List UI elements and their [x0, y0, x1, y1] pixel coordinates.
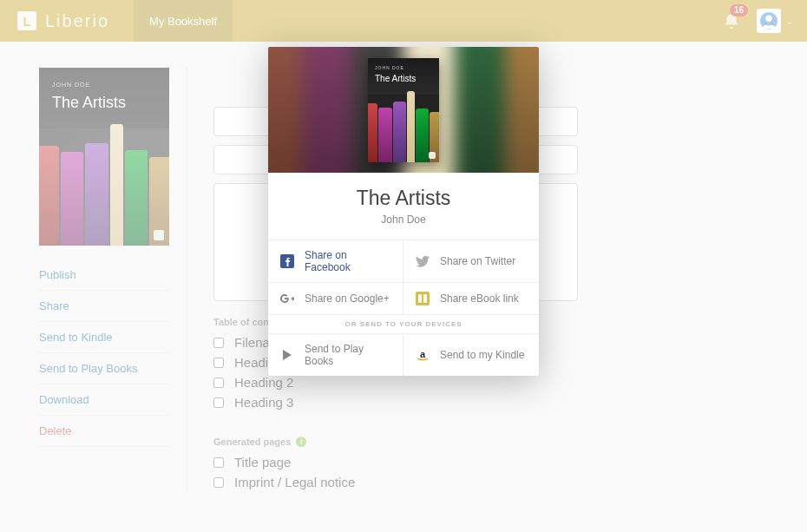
share-modal: JOHN DOE The Artists The Artists John Do…	[268, 47, 539, 376]
modal-head: The Artists John Doe	[268, 173, 539, 240]
send-playbooks-button[interactable]: Send to Play Books	[268, 334, 404, 376]
svg-rect-5	[423, 294, 427, 303]
ebook-link-icon	[416, 292, 430, 305]
svg-rect-3	[416, 292, 430, 305]
svg-rect-4	[418, 294, 422, 303]
share-facebook-button[interactable]: Share on Facebook	[268, 240, 404, 283]
googleplus-icon	[280, 292, 294, 305]
svg-text:a: a	[420, 349, 426, 359]
share-grid: Share on Facebook Share on Twitter Share…	[268, 240, 539, 334]
send-kindle-button[interactable]: a Send to my Kindle	[404, 334, 539, 376]
modal-book-cover: JOHN DOE The Artists	[368, 58, 439, 162]
send-grid: Send to Play Books a Send to my Kindle	[268, 334, 539, 376]
share-ebook-link-button[interactable]: Share eBook link	[404, 283, 539, 315]
modal-title: The Artists	[285, 187, 522, 210]
divider-text: OR SEND TO YOUR DEVICES	[268, 315, 539, 334]
amazon-icon: a	[416, 348, 430, 362]
share-googleplus-button[interactable]: Share on Google+	[268, 283, 404, 315]
playbooks-icon	[280, 348, 294, 362]
share-twitter-button[interactable]: Share on Twitter	[404, 240, 539, 283]
twitter-icon	[416, 254, 430, 268]
modal-subtitle: John Doe	[285, 213, 522, 226]
facebook-icon	[280, 254, 294, 268]
modal-overlay[interactable]: JOHN DOE The Artists The Artists John Do…	[0, 0, 807, 532]
modal-hero: JOHN DOE The Artists	[268, 47, 539, 173]
